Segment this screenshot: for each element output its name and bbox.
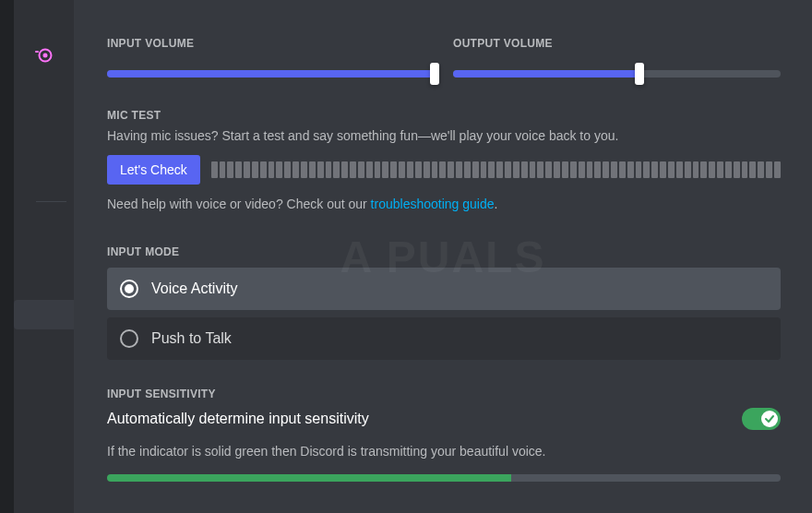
radio-icon [120, 329, 138, 348]
nitro-icon[interactable] [33, 44, 55, 66]
input-sensitivity-heading: INPUT SENSITIVITY [107, 388, 781, 400]
voice-settings-panel: A PUALS INPUT VOLUME OUTPUT VOLUME MIC T… [74, 0, 812, 513]
auto-sensitivity-toggle[interactable] [742, 408, 781, 430]
sidebar-active-item[interactable] [14, 300, 74, 329]
lets-check-button[interactable]: Let's Check [107, 155, 200, 185]
output-volume-slider[interactable] [453, 65, 781, 83]
input-mode-option-push-to-talk[interactable]: Push to Talk [107, 317, 781, 360]
output-volume-label: OUTPUT VOLUME [453, 37, 781, 50]
troubleshoot-help-text: Need help with voice or video? Check out… [107, 196, 781, 212]
svg-point-1 [42, 54, 47, 58]
mic-level-meter [211, 161, 781, 178]
radio-label: Push to Talk [151, 330, 232, 347]
input-mode-option-voice-activity[interactable]: Voice Activity [107, 268, 781, 310]
input-volume-slider[interactable] [107, 65, 435, 83]
auto-sensitivity-label: Automatically determine input sensitivit… [107, 411, 369, 427]
troubleshooting-link[interactable]: troubleshooting guide [371, 197, 495, 211]
radio-icon [120, 280, 138, 298]
svg-rect-2 [35, 51, 39, 53]
sensitivity-indicator [107, 474, 781, 482]
help-prefix: Need help with voice or video? Check out… [107, 197, 371, 211]
mic-test-heading: MIC TEST [107, 109, 781, 122]
mic-test-description: Having mic issues? Start a test and say … [107, 127, 781, 144]
server-bar [0, 0, 14, 513]
channel-list-pane [14, 0, 74, 513]
input-volume-label: INPUT VOLUME [107, 37, 435, 50]
input-mode-heading: INPUT MODE [107, 245, 781, 258]
radio-label: Voice Activity [151, 280, 237, 297]
sidebar-divider [36, 201, 66, 202]
sensitivity-help-text: If the indicator is solid green then Dis… [107, 443, 781, 459]
toggle-knob [761, 411, 778, 427]
